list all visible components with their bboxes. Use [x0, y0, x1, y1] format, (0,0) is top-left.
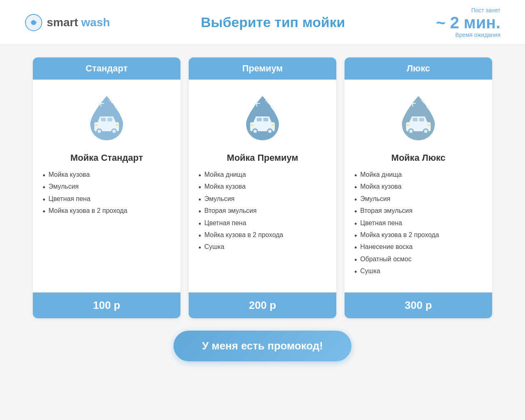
drop-svg [238, 92, 287, 145]
feature-item: Мойка кузова в 2 прохода [43, 206, 171, 218]
feature-item: Мойка кузова [354, 182, 482, 194]
feature-item: Цветная пена [354, 218, 482, 230]
feature-item: Мойка кузова в 2 прохода [354, 230, 482, 242]
feature-item: Сушка [199, 242, 326, 254]
main-content: Стандарт [0, 45, 525, 382]
card-icon-standard [82, 92, 131, 145]
drop-svg [82, 92, 131, 145]
svg-point-3 [34, 19, 36, 21]
feature-text: Мойка кузова [360, 183, 402, 190]
page-title: Выберите тип мойки [110, 14, 436, 30]
feature-text: Мойка кузова [204, 183, 246, 190]
svg-rect-33 [251, 124, 253, 126]
feature-text: Цветная пена [204, 219, 246, 227]
feature-text: Мойка кузова в 2 прохода [204, 231, 283, 239]
features-list-standard: Мойка кузоваЭмульсияЦветная пенаМойка ку… [43, 170, 171, 218]
promo-area: У меня есть промокод! [21, 331, 504, 374]
drop-svg [394, 92, 443, 145]
svg-rect-32 [272, 124, 274, 126]
feature-item: Мойка кузова в 2 прохода [199, 230, 326, 242]
feature-item: Нанесение воска [354, 242, 482, 254]
feature-item: Мойка кузова [43, 170, 171, 182]
feature-text: Эмульсия [204, 195, 234, 203]
card-price-lux: 300 р [345, 292, 492, 318]
feature-item: Мойка кузова [199, 182, 326, 194]
svg-rect-11 [101, 118, 106, 121]
post-status-label: Пост занят [436, 7, 500, 14]
feature-item: Эмульсия [354, 194, 482, 206]
feature-text: Эмульсия [48, 183, 78, 190]
card-body-premium: Мойка Премиум Мойка днищаМойка кузоваЭму… [189, 80, 336, 292]
svg-rect-26 [257, 118, 262, 121]
svg-rect-42 [419, 118, 424, 121]
card-standard[interactable]: Стандарт [33, 57, 180, 318]
cards-container: Стандарт [21, 57, 504, 318]
feature-text: Вторая эмульсия [204, 207, 256, 215]
feature-item: Эмульсия [199, 194, 326, 206]
card-header-lux: Люкс [345, 57, 492, 80]
svg-point-31 [268, 130, 272, 133]
svg-point-44 [409, 130, 413, 133]
svg-rect-12 [107, 118, 112, 121]
card-body-standard: Мойка Стандарт Мойка кузоваЭмульсияЦветн… [33, 80, 180, 292]
logo: smart wash [25, 14, 110, 32]
feature-text: Сушка [204, 243, 224, 251]
features-list-premium: Мойка днищаМойка кузоваЭмульсияВторая эм… [199, 170, 326, 254]
card-header-premium: Премиум [189, 57, 336, 80]
card-name-standard: Мойка Стандарт [71, 153, 143, 163]
card-name-lux: Мойка Люкс [391, 153, 445, 163]
wait-time: ~ 2 мин. [436, 14, 500, 32]
header: smart wash Выберите тип мойки Пост занят… [0, 0, 525, 45]
svg-point-46 [424, 130, 427, 133]
feature-text: Мойка днища [204, 171, 246, 178]
feature-item: Вторая эмульсия [354, 206, 482, 218]
card-lux[interactable]: Люкс [345, 57, 492, 318]
card-name-premium: Мойка Премиум [227, 153, 298, 163]
feature-text: Обратный осмос [360, 256, 411, 263]
svg-rect-47 [427, 124, 430, 126]
feature-text: Мойка кузова в 2 прохода [48, 207, 127, 215]
feature-item: Мойка днища [199, 170, 326, 182]
svg-point-16 [112, 130, 116, 133]
promo-button[interactable]: У меня есть промокод! [173, 331, 352, 361]
feature-item: Вторая эмульсия [199, 206, 326, 218]
feature-text: Эмульсия [360, 195, 390, 203]
feature-item: Обратный осмос [354, 254, 482, 266]
card-price-premium: 200 р [189, 292, 336, 318]
feature-item: Мойка днища [354, 170, 482, 182]
svg-rect-48 [406, 124, 409, 126]
feature-item: Эмульсия [43, 182, 171, 194]
feature-text: Нанесение воска [360, 243, 413, 251]
card-premium[interactable]: Премиум [189, 57, 336, 318]
feature-text: Мойка днища [360, 171, 402, 178]
status-area: Пост занят ~ 2 мин. Время ожидания [436, 7, 500, 38]
feature-text: Цветная пена [360, 219, 402, 227]
card-icon-lux [394, 92, 443, 145]
card-price-standard: 100 р [33, 292, 180, 318]
svg-rect-17 [116, 124, 119, 126]
features-list-lux: Мойка днищаМойка кузоваЭмульсияВторая эм… [354, 170, 482, 278]
logo-icon [25, 14, 43, 32]
card-icon-premium [238, 92, 287, 145]
svg-point-29 [253, 130, 257, 133]
svg-point-14 [98, 130, 101, 133]
feature-item: Цветная пена [199, 218, 326, 230]
card-body-lux: Мойка Люкс Мойка днищаМойка кузоваЭмульс… [345, 80, 492, 292]
feature-item: Цветная пена [43, 194, 171, 206]
svg-rect-18 [95, 124, 98, 126]
svg-rect-27 [263, 118, 268, 121]
feature-item: Сушка [354, 266, 482, 278]
logo-text: smart wash [47, 16, 110, 29]
svg-rect-41 [413, 118, 418, 121]
card-header-standard: Стандарт [33, 57, 180, 80]
feature-text: Мойка кузова в 2 прохода [360, 231, 439, 239]
feature-text: Сушка [360, 267, 380, 275]
wait-label: Время ожидания [436, 32, 500, 38]
feature-text: Цветная пена [48, 195, 90, 203]
feature-text: Мойка кузова [48, 171, 90, 178]
feature-text: Вторая эмульсия [360, 207, 412, 215]
